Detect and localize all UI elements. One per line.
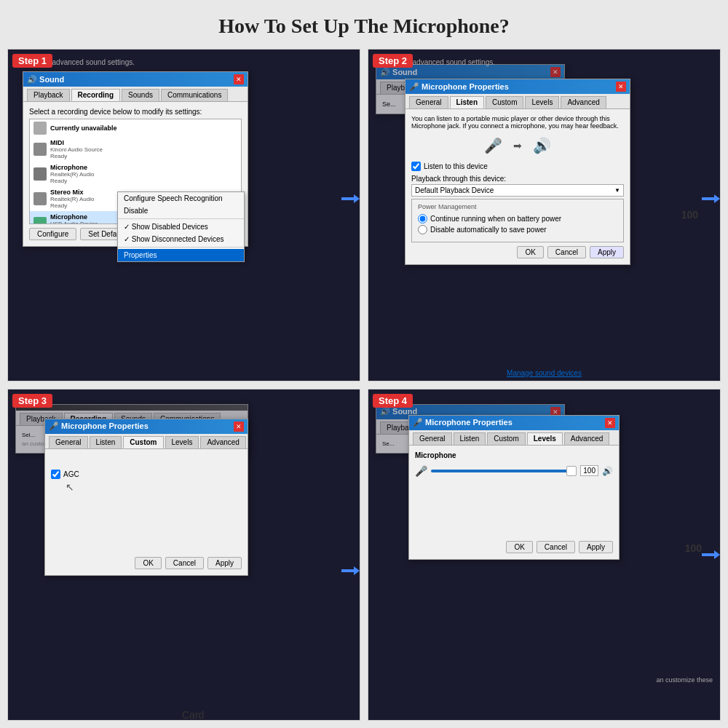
step2-power-mgmt: Power Management Continue running when o… (411, 199, 624, 242)
step3-prop-tabs: General Listen Custom Levels Advanced (45, 434, 248, 449)
step4-slider-container: 🎤 100 🔊 (415, 465, 613, 477)
step4-props-close[interactable]: ✕ (605, 418, 615, 428)
apply-btn-s4[interactable]: Apply (579, 541, 613, 553)
cancel-btn-s3[interactable]: Cancel (165, 557, 204, 569)
cancel-btn-s4[interactable]: Cancel (537, 541, 575, 553)
ctx-disable[interactable]: Disable (118, 205, 244, 217)
step4-value-100: 100 (685, 542, 702, 554)
speaker-icon-s4: 🔊 (602, 466, 613, 476)
step2-listen-check-row: Listen to this device (411, 162, 624, 171)
step4-mic-label: Microphone (415, 451, 613, 459)
tab-playback[interactable]: Playback (27, 89, 70, 101)
agc-label: AGC (63, 470, 79, 478)
listen-device-checkbox[interactable] (411, 162, 421, 171)
ctx-properties[interactable]: Properties (118, 249, 244, 261)
s2-levels-tab[interactable]: Levels (525, 96, 559, 108)
step3-agc-row: AGC (51, 470, 242, 479)
device-mic-realtek[interactable]: Microphone Realtek(R) AudioReady (30, 162, 241, 186)
ctx-show-disabled[interactable]: ✓ Show Disabled Devices (118, 221, 244, 233)
apply-btn-s3[interactable]: Apply (207, 557, 242, 569)
s3-adv-tab[interactable]: Advanced (200, 436, 245, 448)
step4-volume-value: 100 (580, 465, 598, 476)
agc-checkbox[interactable] (51, 470, 60, 479)
s3-listen-tab[interactable]: Listen (90, 436, 122, 448)
step2-bg-text: in advanced sound settings. (405, 58, 495, 66)
step2-props-title: 🎤 Microphone Properties (409, 82, 509, 92)
mic-mute-icon: 🎤 (415, 465, 427, 477)
step2-playback-select[interactable]: Default Playback Device ▼ (411, 184, 624, 197)
step3-props-body: AGC ↖ OK Cancel Apply (45, 449, 248, 575)
step4-props-titlebar: 🎤 Microphone Properties ✕ (409, 416, 619, 430)
step3-label: Step 3 (12, 394, 52, 408)
cursor-indicator: ↖ (66, 481, 74, 493)
step3-bottom-btns: OK Cancel Apply (51, 557, 242, 569)
ok-btn-s3[interactable]: OK (135, 557, 161, 569)
step2-bg-close[interactable]: ✕ (550, 67, 561, 77)
tab-recording[interactable]: Recording (71, 89, 120, 101)
step1-cell: Step 1 in advanced sound settings. 🔊 Sou… (7, 49, 360, 381)
step4-slider-fill (431, 470, 577, 472)
step4-spacer (415, 483, 613, 541)
step2-playback-label: Playback through this device: (411, 175, 624, 183)
step3-screenshot: Playback Recording Sounds Communications… (8, 389, 360, 721)
apply-btn-s2[interactable]: Apply (590, 246, 624, 258)
tab-sounds[interactable]: Sounds (122, 89, 159, 101)
step2-props-close[interactable]: ✕ (616, 82, 626, 92)
radio-disable-label: Disable automatically to save power (430, 226, 547, 234)
step4-mic-props: 🎤 Microphone Properties ✕ General Listen… (408, 415, 620, 560)
radio-continue-input[interactable] (418, 214, 427, 223)
step2-mic-props: 🎤 Microphone Properties ✕ General Listen… (405, 79, 630, 265)
step1-instruction: Select a recording device below to modif… (29, 108, 242, 116)
device-midi[interactable]: MIDI Kinoni Audio SourceReady (30, 137, 241, 162)
s4-adv-tab[interactable]: Advanced (564, 432, 609, 445)
step4-prop-tabs: General Listen Custom Levels Advanced (409, 430, 619, 446)
s3-levels-tab[interactable]: Levels (165, 436, 199, 448)
device-icon-0 (33, 122, 47, 135)
step3-props-titlebar: 🎤 Microphone Properties ✕ (45, 419, 248, 434)
configure-btn[interactable]: Configure (29, 228, 76, 240)
s4-levels-tab[interactable]: Levels (527, 432, 563, 445)
step4-customize-text: an customize these (656, 676, 713, 684)
s4-custom-tab[interactable]: Custom (487, 432, 525, 445)
cancel-btn-s2[interactable]: Cancel (547, 246, 586, 258)
step4-slider-track (431, 470, 577, 472)
s2-custom-tab[interactable]: Custom (486, 96, 523, 108)
step1-label: Step 1 (12, 54, 52, 68)
step2-bottom-btns: OK Cancel Apply (411, 246, 624, 258)
s2-adv-tab[interactable]: Advanced (561, 96, 606, 108)
s3-custom-tab[interactable]: Custom (123, 436, 163, 448)
manage-sound-link[interactable]: Manage sound devices (368, 369, 720, 377)
ok-btn-s2[interactable]: OK (517, 246, 543, 258)
step1-titlebar: 🔊 Sound ✕ (23, 72, 248, 87)
device-icon-usb (33, 217, 47, 224)
s3-gen-tab[interactable]: General (49, 436, 88, 448)
ctx-configure[interactable]: Configure Speech Recognition (118, 192, 244, 205)
s2-gen-tab[interactable]: General (409, 96, 448, 108)
step3-props-close[interactable]: ✕ (234, 422, 244, 432)
s2-listen-tab[interactable]: Listen (450, 96, 484, 108)
card-label: Card (182, 709, 204, 721)
step1-close-btn[interactable]: ✕ (234, 74, 244, 84)
ok-btn-s4[interactable]: OK (506, 541, 532, 553)
step3-mic-props: 🎤 Microphone Properties ✕ General Listen… (44, 419, 248, 576)
steps-grid: Step 1 in advanced sound settings. 🔊 Sou… (7, 49, 721, 721)
step2-radio-group: Continue running when on battery power D… (418, 214, 617, 234)
playback-value: Default Playback Device (415, 186, 494, 194)
step4-label: Step 4 (373, 394, 413, 408)
main-container: How To Set Up The Microphone? Step 1 in … (0, 0, 728, 728)
step2-value-100: 100 (681, 209, 698, 221)
s4-gen-tab[interactable]: General (413, 432, 452, 445)
step1-context-menu: Configure Speech Recognition Disable ✓ S… (117, 191, 245, 262)
cursor-icon: ↖ (66, 481, 74, 493)
tab-communications[interactable]: Communications (161, 89, 228, 101)
step2-screenshot: in advanced sound settings. 🔊 Sound ✕ Pl… (368, 50, 720, 381)
step2-cell: Step 2 in advanced sound settings. 🔊 Sou… (368, 49, 721, 381)
step4-slider-thumb[interactable] (566, 466, 577, 476)
ctx-show-disconnected[interactable]: ✓ Show Disconnected Devices (118, 233, 244, 245)
step3-custom-content: AGC ↖ (51, 470, 242, 557)
radio-disable-input[interactable] (418, 225, 427, 234)
step2-listen-desc: You can listen to a portable music playe… (411, 115, 624, 130)
step2-prop-tabs: General Listen Custom Levels Advanced (405, 94, 630, 109)
step4-screenshot: 🔊 Sound ✕ Playback Recording Sounds Comm… (368, 389, 720, 721)
s4-listen-tab[interactable]: Listen (454, 432, 486, 445)
